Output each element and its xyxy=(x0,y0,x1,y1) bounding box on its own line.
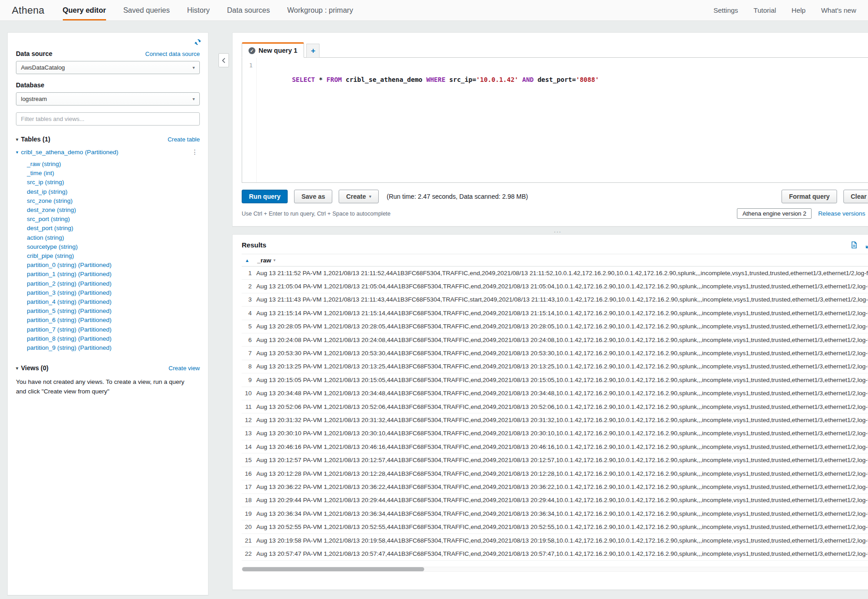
result-row[interactable]: 14 Aug 13 20:46:16 PA-VM 1,2021/08/13 20… xyxy=(242,440,868,453)
result-row[interactable]: 16 Aug 13 20:12:28 PA-VM 1,2021/08/13 20… xyxy=(242,467,868,480)
horizontal-scrollbar[interactable] xyxy=(242,567,868,572)
table-column[interactable]: src_ip (string) xyxy=(27,178,200,187)
collapse-sidebar-button[interactable] xyxy=(218,53,229,67)
query-tab[interactable]: ✓ New query 1 xyxy=(242,42,304,58)
database-select[interactable]: logstream ▾ xyxy=(16,92,200,106)
table-column[interactable]: partition_6 (string) (Partitioned) xyxy=(27,316,200,325)
nav-item[interactable]: Help xyxy=(792,0,806,20)
create-table-link[interactable]: Create table xyxy=(168,136,200,143)
table-column[interactable]: src_zone (string) xyxy=(27,196,200,206)
result-row[interactable]: 1 Aug 13 21:11:52 PA-VM 1,2021/08/13 21:… xyxy=(242,267,868,280)
table-column[interactable]: partition_3 (string) (Partitioned) xyxy=(27,288,200,297)
filter-tables-input[interactable] xyxy=(16,112,200,126)
new-tab-button[interactable]: + xyxy=(306,44,320,58)
table-column[interactable]: partition_2 (string) (Partitioned) xyxy=(27,279,200,288)
result-row[interactable]: 17 Aug 13 20:36:22 PA-VM 1,2021/08/13 20… xyxy=(242,480,868,493)
table-column[interactable]: partition_1 (string) (Partitioned) xyxy=(27,270,200,279)
panel-resize-handle[interactable]: ... xyxy=(232,227,868,234)
result-row[interactable]: 8 Aug 13 20:13:25 PA-VM 1,2021/08/13 20:… xyxy=(242,360,868,373)
engine-version-badge: Athena engine version 2 xyxy=(737,208,812,219)
row-raw-text: Aug 13 20:52:55 PA-VM 1,2021/08/13 20:52… xyxy=(256,523,868,530)
nav-item[interactable]: Workgroup : primary xyxy=(287,0,353,20)
result-row[interactable]: 15 Aug 13 20:12:57 PA-VM 1,2021/08/13 20… xyxy=(242,453,868,467)
result-row[interactable]: 10 Aug 13 20:34:48 PA-VM 1,2021/08/13 20… xyxy=(242,387,868,400)
row-raw-text: Aug 13 20:13:25 PA-VM 1,2021/08/13 20:13… xyxy=(256,363,868,370)
chevron-down-icon: ▾ xyxy=(193,65,195,70)
table-column[interactable]: partition_0 (string) (Partitioned) xyxy=(27,261,200,270)
sql-token: FROM xyxy=(326,76,342,83)
result-row[interactable]: 2 Aug 13 21:05:04 PA-VM 1,2021/08/13 21:… xyxy=(242,280,868,293)
table-column[interactable]: sourcetype (string) xyxy=(27,242,200,252)
result-row[interactable]: 19 Aug 13 20:36:34 PA-VM 1,2021/08/13 20… xyxy=(242,507,868,520)
expand-results-icon[interactable] xyxy=(865,241,868,249)
row-number: 9 xyxy=(242,377,252,383)
result-row[interactable]: 22 Aug 13 20:57:47 PA-VM 1,2021/08/13 20… xyxy=(242,547,868,560)
create-view-link[interactable]: Create view xyxy=(168,365,200,372)
tables-section-header[interactable]: ▾Tables (1) xyxy=(16,136,50,143)
triangle-down-icon[interactable]: ▾ xyxy=(16,150,18,155)
result-row[interactable]: 11 Aug 13 20:52:06 PA-VM 1,2021/08/13 20… xyxy=(242,400,868,413)
result-row[interactable]: 7 Aug 13 20:53:30 PA-VM 1,2021/08/13 20:… xyxy=(242,347,868,360)
row-raw-text: Aug 13 20:30:10 PA-VM 1,2021/08/13 20:30… xyxy=(256,430,868,437)
table-column[interactable]: partition_5 (string) (Partitioned) xyxy=(27,307,200,316)
format-query-button[interactable]: Format query xyxy=(782,190,837,203)
table-item[interactable]: ▾ cribl_se_athena_demo (Partitioned) ⋮ xyxy=(16,148,200,156)
top-navigation: Athena Query editorSaved queriesHistoryD… xyxy=(0,0,868,21)
create-button[interactable]: Create ▾ xyxy=(339,190,378,203)
nav-item[interactable]: Settings xyxy=(713,0,738,20)
table-column[interactable]: partition_9 (string) (Partitioned) xyxy=(27,343,200,352)
table-column[interactable]: cribl_pipe (string) xyxy=(27,252,200,261)
table-column[interactable]: partition_4 (string) (Partitioned) xyxy=(27,297,200,307)
data-source-select[interactable]: AwsDataCatalog ▾ xyxy=(16,61,200,74)
result-row[interactable]: 3 Aug 13 21:11:43 PA-VM 1,2021/08/13 21:… xyxy=(242,293,868,307)
table-column[interactable]: _raw (string) xyxy=(27,160,200,169)
table-column[interactable]: partition_8 (string) (Partitioned) xyxy=(27,334,200,343)
kebab-menu-icon[interactable]: ⋮ xyxy=(192,148,198,156)
result-row[interactable]: 4 Aug 13 21:15:14 PA-VM 1,2021/08/13 21:… xyxy=(242,307,868,320)
column-menu-icon[interactable]: ▾ xyxy=(274,258,276,262)
column-header-raw[interactable]: _raw xyxy=(257,257,271,264)
save-as-button[interactable]: Save as xyxy=(294,190,332,203)
views-section-header[interactable]: ▾Views (0) xyxy=(16,364,48,372)
nav-item[interactable]: History xyxy=(187,0,210,20)
table-column[interactable]: partition_7 (string) (Partitioned) xyxy=(27,325,200,334)
table-column[interactable]: src_port (string) xyxy=(27,215,200,224)
result-row[interactable]: 5 Aug 13 20:28:05 PA-VM 1,2021/08/13 20:… xyxy=(242,320,868,333)
nav-item[interactable]: Query editor xyxy=(63,0,106,20)
table-column[interactable]: dest_port (string) xyxy=(27,224,200,233)
table-column[interactable]: action (string) xyxy=(27,233,200,242)
result-row[interactable]: 21 Aug 13 20:19:58 PA-VM 1,2021/08/13 20… xyxy=(242,534,868,547)
sort-ascending-icon[interactable]: ▲ xyxy=(245,258,249,263)
table-column[interactable]: dest_ip (string) xyxy=(27,187,200,196)
row-raw-text: Aug 13 20:31:32 PA-VM 1,2021/08/13 20:31… xyxy=(256,417,868,423)
row-raw-text: Aug 13 20:12:28 PA-VM 1,2021/08/13 20:12… xyxy=(256,470,868,477)
connect-data-source-link[interactable]: Connect data source xyxy=(145,50,200,57)
result-row[interactable]: 13 Aug 13 20:30:10 PA-VM 1,2021/08/13 20… xyxy=(242,427,868,440)
sql-token: cribl_se_athena_demo xyxy=(342,76,426,83)
horizontal-scrollbar-thumb[interactable] xyxy=(242,567,424,571)
result-row[interactable]: 9 Aug 13 20:15:05 PA-VM 1,2021/08/13 20:… xyxy=(242,373,868,387)
result-row[interactable]: 6 Aug 13 20:24:08 PA-VM 1,2021/08/13 20:… xyxy=(242,333,868,347)
release-versions-link[interactable]: Release versions xyxy=(818,210,868,217)
row-number: 13 xyxy=(242,430,252,437)
run-query-button[interactable]: Run query xyxy=(242,190,288,203)
result-row[interactable]: 12 Aug 13 20:31:32 PA-VM 1,2021/08/13 20… xyxy=(242,413,868,427)
result-row[interactable]: 18 Aug 13 20:29:44 PA-VM 1,2021/08/13 20… xyxy=(242,494,868,507)
row-number: 22 xyxy=(242,550,252,557)
nav-item[interactable]: Data sources xyxy=(227,0,270,20)
nav-item[interactable]: What's new xyxy=(821,0,856,20)
sql-editor[interactable]: 1 SELECT * FROM cribl_se_athena_demo WHE… xyxy=(242,57,868,183)
row-number: 20 xyxy=(242,523,252,530)
row-raw-text: Aug 13 20:24:08 PA-VM 1,2021/08/13 20:24… xyxy=(256,337,868,343)
download-results-icon[interactable] xyxy=(850,241,858,249)
sql-token: AND xyxy=(522,76,533,83)
clear-button[interactable]: Clear xyxy=(843,190,868,203)
line-number: 1 xyxy=(242,58,257,182)
result-row[interactable]: 20 Aug 13 20:52:55 PA-VM 1,2021/08/13 20… xyxy=(242,520,868,534)
table-column[interactable]: dest_zone (string) xyxy=(27,206,200,215)
refresh-icon[interactable] xyxy=(194,38,202,48)
nav-item[interactable]: Saved queries xyxy=(123,0,170,20)
nav-item[interactable]: Tutorial xyxy=(754,0,776,20)
table-column[interactable]: _time (int) xyxy=(27,169,200,178)
table-name[interactable]: cribl_se_athena_demo (Partitioned) xyxy=(21,149,118,156)
